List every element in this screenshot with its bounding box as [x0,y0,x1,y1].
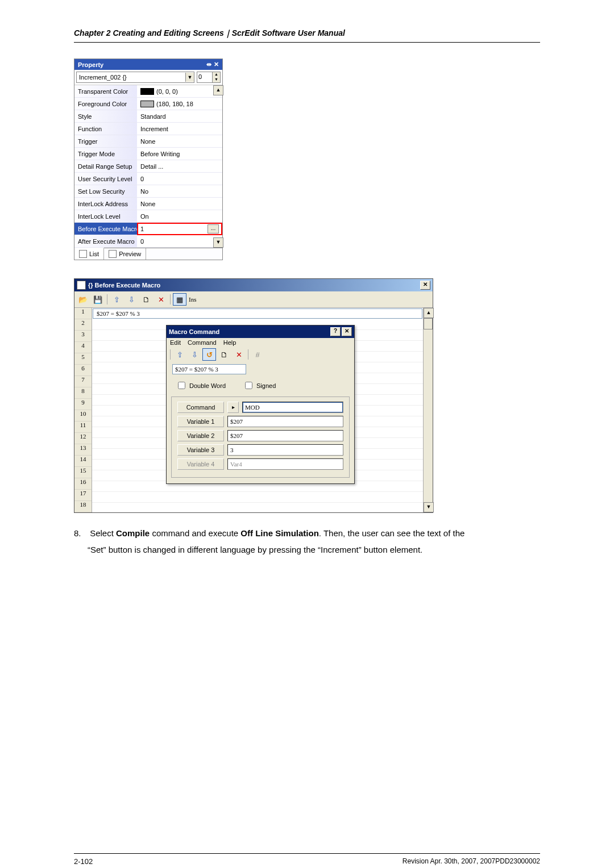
property-value[interactable]: 0 [137,235,222,248]
spin-down-icon[interactable]: ▼ [212,77,220,82]
command-button[interactable]: ▦ [173,293,186,306]
index-spinner[interactable]: ▲ ▼ [197,72,221,83]
scroll-up-icon[interactable]: ▲ [424,308,434,318]
property-value[interactable]: Standard [137,110,222,123]
property-label: Foreground Color [74,98,137,110]
property-label: Before Execute Macro [74,223,137,235]
form-field[interactable]: MOD [242,402,343,413]
macro-icon [77,281,86,290]
macro-command-menubar: Edit Command Help [167,338,354,347]
property-label: After Execute Macro [74,235,137,248]
arrow-down-icon[interactable]: ⇩ [125,293,138,306]
double-word-checkbox[interactable]: Double Word [176,380,226,391]
macro-command-toolbar: ⇧ ⇩ ↺ 🗋 ✕ # [167,347,354,362]
form-row: Variable 33 [177,444,343,456]
tab-list[interactable]: List [74,248,104,260]
picker-button[interactable]: ▸ [227,402,239,413]
revision-text: Revision Apr. 30th, 2007, 2007PDD2300000… [403,857,540,866]
scroll-up-icon[interactable]: ▲ [213,85,223,95]
menu-command[interactable]: Command [188,339,217,346]
spin-up-icon[interactable]: ▲ [212,72,220,77]
expression-field[interactable]: $207 = $207 % 3 [172,364,246,374]
page-number: 2-102 [74,857,93,866]
help-icon[interactable]: ? [330,327,341,336]
line-number: 12 [74,433,92,444]
save-icon[interactable]: 💾 [91,293,105,306]
step-number: 8. [74,525,88,542]
form-field[interactable]: $207 [227,430,343,441]
code-area[interactable]: $207 = $207 % 3 Macro Command ? ✕ Edit C… [92,308,423,512]
form-row: Variable 2$207 [177,430,343,441]
line-number: 18 [74,501,92,512]
macro-command-title: Macro Command [169,328,219,335]
arrow-up-icon[interactable]: ⇧ [173,348,186,361]
property-value[interactable]: No [137,185,222,198]
scroll-down-icon[interactable]: ▼ [424,502,434,512]
property-titlebar: Property ⇹ ✕ [74,59,222,70]
window-close-icon[interactable]: ✕ [420,281,430,290]
color-swatch [140,101,154,107]
form-label[interactable]: Variable 3 [177,444,224,456]
form-field[interactable]: $207 [227,416,343,427]
property-value[interactable]: (180, 180, 18 [137,98,222,110]
form-label[interactable]: Variable 2 [177,430,224,441]
form-label[interactable]: Command [177,402,224,413]
header-divider [74,42,540,43]
dropdown-icon[interactable]: ▼ [185,73,194,82]
property-value[interactable]: Detail ... [137,160,222,173]
ins-label: Ins [189,296,196,303]
property-label: InterLock Level [74,210,137,223]
pin-icon[interactable]: ⇹ [206,61,211,68]
spinner-value[interactable] [197,72,212,81]
dialog-close-icon[interactable]: ✕ [342,327,352,336]
scroll-down-icon[interactable]: ▼ [213,237,223,248]
menu-edit[interactable]: Edit [170,339,181,346]
line-number: 15 [74,467,92,478]
code-scrollbar[interactable]: ▲ ▼ [423,308,433,512]
property-value[interactable]: Before Writing [137,148,222,160]
property-value[interactable]: None [137,198,222,210]
hash-icon[interactable]: # [251,348,264,361]
arrow-down-icon[interactable]: ⇩ [188,348,201,361]
form-row: Command▸MOD [177,402,343,413]
property-scrollbar[interactable]: ▲ ▼ [213,85,222,248]
property-label: Function [74,123,137,135]
line-number: 2 [74,319,92,331]
form-label[interactable]: Variable 4 [177,458,224,470]
scroll-thumb[interactable] [424,318,433,329]
property-value[interactable]: None [137,135,222,148]
form-label[interactable]: Variable 1 [177,416,224,427]
property-value[interactable]: Increment [137,123,222,135]
property-label: Style [74,110,137,123]
line-number: 7 [74,376,92,387]
form-field[interactable]: 3 [227,444,343,456]
new-icon[interactable]: 🗋 [139,293,153,306]
property-value[interactable]: 1... [137,223,222,235]
undo-icon[interactable]: ↺ [202,348,216,361]
arrow-up-icon[interactable]: ⇧ [110,293,123,306]
delete-icon[interactable]: ✕ [154,293,168,306]
delete-icon[interactable]: ✕ [232,348,246,361]
property-value[interactable]: On [137,210,222,223]
line-number: 17 [74,490,92,501]
macro-editor-title: {} Before Execute Macro [88,282,160,289]
code-line-1[interactable]: $207 = $207 % 3 [93,308,422,319]
list-icon [79,250,87,258]
open-icon[interactable]: 📂 [76,293,90,306]
new-icon[interactable]: 🗋 [217,348,231,361]
tab-preview[interactable]: Preview [104,248,146,260]
close-icon[interactable]: ✕ [214,61,219,68]
property-value[interactable]: 0 [137,173,222,185]
menu-help[interactable]: Help [223,339,237,346]
signed-checkbox[interactable]: Signed [243,380,276,391]
form-row: Variable 1$207 [177,416,343,427]
macro-command-dialog: Macro Command ? ✕ Edit Command Help ⇧ [166,325,355,484]
property-label: Trigger Mode [74,148,137,160]
line-number: 14 [74,456,92,467]
line-number: 10 [74,410,92,422]
property-label: Set Low Security [74,185,137,198]
preview-icon [109,250,117,258]
code-line[interactable] [92,492,423,503]
property-value[interactable]: (0, 0, 0) [137,85,222,98]
object-selector[interactable]: Increment_002 {} ▼ [76,72,194,83]
